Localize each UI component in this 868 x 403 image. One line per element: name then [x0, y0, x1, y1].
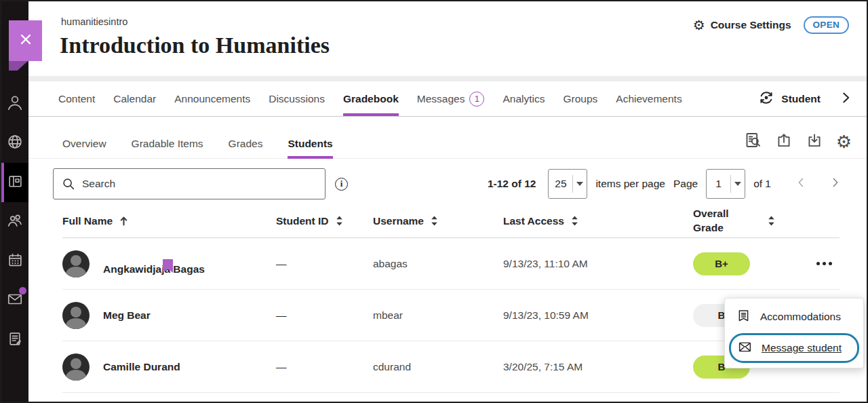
sort-icon	[336, 216, 343, 226]
last-access-cell: 3/20/25, 7:15 AM	[503, 361, 693, 373]
sort-icon	[768, 216, 775, 226]
upload-icon	[775, 132, 793, 152]
menu-item-message-student[interactable]: Message student	[731, 335, 857, 361]
sidebar-item-grades[interactable]	[1, 320, 28, 360]
chevron-down-icon	[573, 182, 587, 186]
last-access-cell: 9/13/23, 11:10 AM	[503, 258, 693, 270]
avatar	[62, 250, 90, 277]
table-row: Angkawidjaja Bagas — abagas 9/13/23, 11:…	[62, 238, 840, 290]
items-per-page-select[interactable]: 25	[548, 169, 587, 199]
next-page-button[interactable]	[829, 176, 841, 192]
page-total-label: of 1	[753, 178, 771, 190]
student-preview-label: Student	[781, 93, 821, 105]
download-gradebook-button[interactable]	[806, 132, 823, 152]
tab-groups[interactable]: Groups	[563, 81, 597, 116]
table-controls: i 1-12 of 12 25 items per page Page 1 of…	[28, 168, 867, 200]
gradebook-settings-button[interactable]: ⚙	[836, 133, 852, 151]
search-input[interactable]	[53, 168, 326, 199]
nav-overflow-button[interactable]	[838, 90, 853, 108]
tab-content[interactable]: Content	[58, 81, 95, 116]
search-icon	[61, 176, 76, 194]
courses-icon	[7, 173, 24, 193]
table-row: Camille Durand — cdurand 3/20/25, 7:15 A…	[62, 341, 840, 393]
table-row: Meg Bear — mbear 9/13/23, 10:59 AM B	[62, 290, 840, 341]
chevron-right-icon	[838, 90, 853, 108]
sidebar-item-profile[interactable]	[1, 84, 28, 123]
community-icon	[6, 212, 24, 232]
tab-achievements[interactable]: Achievements	[616, 81, 682, 116]
student-activity-report-button[interactable]	[744, 131, 762, 152]
student-preview-icon	[757, 89, 775, 109]
row-context-menu: Accommodations Message student	[724, 298, 864, 368]
sort-icon	[571, 216, 578, 226]
close-icon	[16, 30, 35, 52]
student-id-cell: —	[276, 258, 373, 270]
tab-overview[interactable]: Overview	[62, 129, 106, 158]
tab-gradebook[interactable]: Gradebook	[343, 81, 399, 116]
last-access-cell: 9/13/23, 10:59 AM	[503, 309, 693, 322]
download-icon	[806, 132, 823, 152]
sidebar-item-institution[interactable]	[1, 123, 28, 163]
sidebar-item-calendar[interactable]	[1, 242, 28, 281]
column-header-student-id[interactable]: Student ID	[276, 215, 373, 227]
course-header: humanitiesintro Introduction to Humaniti…	[28, 1, 867, 76]
close-course-button[interactable]	[9, 20, 42, 61]
course-id: humanitiesintro	[61, 16, 127, 27]
page-number-select[interactable]: 1	[706, 169, 745, 199]
sidebar-item-courses[interactable]	[1, 163, 28, 202]
globe-icon	[6, 133, 24, 153]
gear-icon: ⚙	[693, 18, 705, 32]
chevron-down-icon	[731, 182, 745, 186]
tab-gradable-items[interactable]: Gradable Items	[132, 129, 203, 158]
sort-icon	[431, 216, 438, 226]
accommodations-flag-icon	[162, 258, 174, 277]
messages-count-badge: 1	[469, 92, 484, 107]
tab-messages[interactable]: Messages 1	[417, 81, 485, 116]
previous-page-button[interactable]	[795, 176, 807, 192]
tab-analytics[interactable]: Analytics	[502, 81, 545, 116]
course-settings-button[interactable]: ⚙ Course Settings	[693, 18, 791, 32]
calendar-icon	[7, 252, 24, 271]
student-name-link[interactable]: Meg Bear	[103, 309, 151, 322]
accommodations-icon	[736, 309, 751, 326]
student-id-cell: —	[276, 309, 373, 322]
course-status-badge[interactable]: OPEN	[804, 16, 849, 34]
results-range: 1-12 of 12	[488, 178, 536, 190]
student-name-link[interactable]: Angkawidjaja Bagas	[103, 263, 205, 275]
items-per-page-label: items per page	[595, 178, 665, 190]
gear-icon: ⚙	[836, 133, 852, 151]
tab-students[interactable]: Students	[288, 129, 332, 158]
sort-ascending-icon	[119, 216, 128, 226]
grades-icon	[7, 330, 24, 350]
document-search-icon	[744, 131, 762, 152]
avatar	[62, 302, 90, 329]
info-icon[interactable]: i	[335, 178, 348, 191]
overall-grade-pill[interactable]: B+	[693, 252, 750, 275]
student-id-cell: —	[276, 361, 373, 373]
course-navbar: Content Calendar Announcements Discussio…	[28, 81, 867, 117]
profile-icon	[6, 94, 24, 114]
row-menu-button[interactable]	[812, 258, 836, 269]
focused-menu-item-ring: Message student	[729, 333, 859, 363]
sidebar-item-messages[interactable]	[1, 281, 28, 320]
sidebar-item-community[interactable]	[1, 202, 28, 242]
tab-grades[interactable]: Grades	[229, 129, 263, 158]
envelope-icon	[738, 340, 752, 357]
student-preview-button[interactable]: Student	[757, 89, 821, 109]
messages-notification-dot	[19, 287, 26, 294]
column-header-username[interactable]: Username	[373, 215, 503, 227]
column-header-last-access[interactable]: Last Access	[503, 215, 693, 227]
tab-announcements[interactable]: Announcements	[174, 81, 250, 116]
student-name-link[interactable]: Camille Durand	[103, 361, 180, 373]
menu-item-accommodations[interactable]: Accommodations	[725, 302, 863, 332]
upload-gradebook-button[interactable]	[775, 132, 793, 152]
course-page: humanitiesintro Introduction to Humaniti…	[0, 0, 868, 403]
page-label: Page	[673, 178, 698, 190]
column-header-overall-grade[interactable]: Overall Grade	[693, 207, 808, 235]
tab-calendar[interactable]: Calendar	[113, 81, 156, 116]
avatar	[62, 353, 90, 381]
column-header-full-name[interactable]: Full Name	[62, 215, 276, 227]
page-title: Introduction to Humanities	[60, 33, 330, 58]
username-cell: cdurand	[373, 361, 503, 373]
tab-discussions[interactable]: Discussions	[269, 81, 325, 116]
